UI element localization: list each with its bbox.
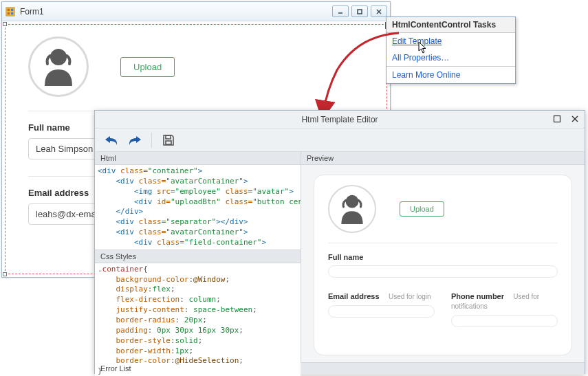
phone-label: Phone number — [451, 292, 504, 300]
preview-pane-header: Preview — [301, 152, 585, 165]
close-button[interactable] — [371, 5, 387, 17]
svg-rect-1 — [8, 8, 10, 11]
window-buttons — [332, 5, 387, 17]
html-editor[interactable]: <div class="container"> <div class="avat… — [95, 165, 301, 250]
email-label: Email address — [328, 292, 380, 300]
tasks-all-properties[interactable]: All Properties… — [386, 49, 515, 66]
tasks-title: HtmlContentControl Tasks — [386, 17, 515, 33]
email-hint: Used for login — [389, 293, 431, 300]
css-editor[interactable]: .container{ background-color:@Window; di… — [95, 263, 301, 376]
editor-title: Html Template Editor — [301, 115, 378, 124]
svg-rect-3 — [8, 12, 10, 14]
svg-point-9 — [50, 49, 67, 65]
save-button[interactable] — [159, 131, 178, 149]
svg-rect-4 — [11, 12, 14, 14]
redo-button[interactable] — [125, 131, 144, 149]
fullname-input[interactable] — [328, 265, 558, 278]
tasks-popup: HtmlContentControl Tasks Edit Template A… — [386, 16, 516, 84]
app-icon — [5, 6, 16, 17]
form1-title: Form1 — [20, 7, 332, 16]
resize-handle[interactable] — [3, 22, 7, 26]
svg-rect-2 — [11, 8, 14, 11]
resize-handle[interactable] — [3, 272, 7, 276]
svg-rect-14 — [166, 141, 171, 144]
upload-button[interactable]: Upload — [120, 57, 175, 77]
html-pane-header[interactable]: Html — [95, 152, 301, 165]
phone-input[interactable] — [451, 315, 558, 327]
email-input[interactable] — [328, 305, 435, 318]
minimize-button[interactable] — [332, 5, 349, 17]
tasks-edit-template[interactable]: Edit Template — [386, 33, 515, 49]
upload-button[interactable]: Upload — [400, 201, 444, 217]
css-pane-header[interactable]: Css Styles — [95, 250, 301, 263]
undo-button[interactable] — [102, 131, 121, 149]
avatar-icon — [28, 36, 89, 97]
maximize-button[interactable] — [351, 5, 368, 17]
avatar-icon — [328, 185, 376, 233]
fullname-label: Full name — [328, 253, 558, 261]
svg-rect-6 — [358, 10, 362, 14]
svg-rect-10 — [554, 116, 560, 122]
close-button[interactable] — [569, 113, 580, 124]
maximize-button[interactable] — [552, 113, 563, 124]
editor-titlebar[interactable]: Html Template Editor — [95, 111, 585, 129]
form1-titlebar[interactable]: Form1 — [2, 2, 390, 21]
editor-toolbar — [95, 129, 585, 152]
preview-area: Upload Full name Email address Used for … — [301, 165, 585, 362]
tasks-learn-more[interactable]: Learn More Online — [386, 67, 515, 83]
separator — [328, 243, 558, 243]
separator — [151, 133, 152, 148]
preview-card: Upload Full name Email address Used for … — [314, 175, 572, 355]
svg-point-15 — [346, 195, 359, 208]
svg-rect-13 — [166, 135, 171, 139]
template-editor-window: Html Template Editor Html <div class="co… — [94, 110, 585, 374]
